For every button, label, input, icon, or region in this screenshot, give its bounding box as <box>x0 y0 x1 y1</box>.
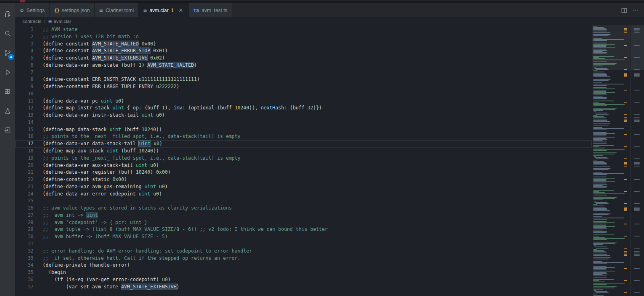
code-line-19[interactable]: 19;; points to the _next_ filled spot, i… <box>15 155 592 162</box>
line-number: 24 <box>15 191 43 198</box>
code-line-5[interactable]: 5(define-constant AVM_STATE_EXTENSIVE 0x… <box>15 55 592 62</box>
tab-avm-test-ts[interactable]: TSavm_test.ts <box>189 3 232 17</box>
tab-settings[interactable]: ⚙Settings <box>15 3 50 17</box>
line-text: (define-private (handle-error) <box>43 262 592 269</box>
code-line-23[interactable]: 23(define-data-var avm-gas-remaining uin… <box>15 183 592 191</box>
line-text <box>43 119 592 126</box>
activity-testing[interactable] <box>0 101 15 121</box>
code-area[interactable]: 1;; AVM state2;; version 1 uses 128 bit … <box>15 25 592 296</box>
code-line-21[interactable]: 21(define-data-var register (buff 10240)… <box>15 169 592 176</box>
activity-search[interactable] <box>0 24 15 43</box>
tab-settings-json[interactable]: {}settings.json <box>50 3 95 17</box>
activity-explorer[interactable] <box>0 5 15 24</box>
code-line-4[interactable]: 4(define-constant AVM_STATE_ERROR_STOP 0… <box>15 47 592 55</box>
code-line-3[interactable]: 3(define-constant AVM_STATE_HALTED 0x00) <box>15 41 592 48</box>
line-number: 17 <box>15 140 43 148</box>
code-line-26[interactable]: 26;; avm value types are stored in stack… <box>15 205 592 212</box>
line-number: 18 <box>15 148 43 155</box>
activity-source-control[interactable]: 4 <box>0 43 15 63</box>
code-line-31[interactable]: 31 <box>15 240 592 248</box>
ruler-match-mark <box>634 69 640 70</box>
code-line-10[interactable]: 10 <box>15 90 592 98</box>
more-actions-icon[interactable]: ⋯ <box>632 7 638 13</box>
line-text: ;; avm value types are stored in stacks … <box>43 205 592 212</box>
activity-extensions[interactable] <box>0 82 15 101</box>
code-line-20[interactable]: 20(define-data-var aux-stack-tail uint u… <box>15 162 592 169</box>
traffic-light-red[interactable] <box>20 0 25 2</box>
line-number: 29 <box>15 226 43 233</box>
ruler-match-mark <box>634 179 640 180</box>
line-text: ;; if set, otherwise halt. Call if the s… <box>43 255 592 262</box>
ruler-match-mark <box>634 280 640 281</box>
breadcrumb-item-contracts[interactable]: contracts <box>23 19 41 24</box>
line-number: 19 <box>15 155 43 162</box>
minimap[interactable] <box>592 25 630 296</box>
code-line-7[interactable]: 7 <box>15 69 592 76</box>
code-line-15[interactable]: 15(define-map data-stack uint (buff 1024… <box>15 126 592 134</box>
overview-ruler[interactable] <box>630 25 644 296</box>
line-number: 21 <box>15 169 43 176</box>
code-line-35[interactable]: 35 (begin <box>15 269 592 276</box>
line-text: ;; avm buffer => (buff MAX_VALUE_SIZE - … <box>43 233 592 240</box>
code-line-8[interactable]: 8(define-constant ERR_INSTR_STACK u11111… <box>15 76 592 83</box>
code-line-13[interactable]: 13(define-data-var instr-stack-tail uint… <box>15 112 592 119</box>
line-text: (define-data-var data-stack-tail uint u0… <box>43 140 592 148</box>
code-line-37[interactable]: 37 (var-set avm-state AVM_STATE_EXTENSIV… <box>15 284 592 291</box>
line-number: 34 <box>15 262 43 269</box>
line-number: 31 <box>15 240 43 248</box>
code-line-36[interactable]: 36 (if (is-eq (var-get error-codepoint) … <box>15 276 592 284</box>
code-line-24[interactable]: 24(define-data-var error-codepoint uint … <box>15 191 592 198</box>
ruler-match-mark <box>634 208 640 209</box>
activity-export[interactable] <box>0 121 15 140</box>
line-text: (var-set avm-state AVM_STATE_EXTENSIVE) <box>43 284 592 291</box>
ruler-match-mark <box>634 119 640 119</box>
line-text: (define-map aux-stack uint (buff 10240)) <box>43 148 592 155</box>
code-line-30[interactable]: 30;; avm buffer => (buff MAX_VALUE_SIZE … <box>15 233 592 240</box>
line-number: 14 <box>15 119 43 126</box>
code-line-2[interactable]: 2;; version 1 uses 128 bit math :o <box>15 33 592 41</box>
code-line-32[interactable]: 32;; error handling: do AVM error handli… <box>15 248 592 255</box>
line-number: 10 <box>15 90 43 98</box>
close-icon[interactable]: × <box>178 7 184 14</box>
minimap-viewport-slider[interactable] <box>592 25 630 70</box>
tab-avm-clar[interactable]: ≡avm.clar1× <box>138 3 189 17</box>
code-line-25[interactable]: 25 <box>15 197 592 205</box>
code-line-27[interactable]: 27;; avm int => uint <box>15 212 592 219</box>
ruler-match-mark <box>634 73 640 74</box>
line-number: 36 <box>15 276 43 284</box>
code-line-1[interactable]: 1;; AVM state <box>15 26 592 33</box>
line-text: ;; avm int => uint <box>43 212 592 219</box>
split-editor-icon[interactable] <box>621 7 627 14</box>
line-text: (define-data-var register (buff 10240) 0… <box>43 169 592 176</box>
line-text <box>43 240 592 248</box>
tab-badge: 1 <box>171 8 174 13</box>
line-text <box>43 90 592 98</box>
line-text: ;; points to the _next_ filled spot, i.e… <box>43 133 592 140</box>
line-text: (define-constant AVM_STATE_ERROR_STOP 0x… <box>43 47 592 55</box>
line-text: (begin <box>43 269 592 276</box>
activity-run-debug[interactable] <box>0 63 15 82</box>
code-line-34[interactable]: 34(define-private (handle-error) <box>15 262 592 269</box>
line-text <box>43 197 592 205</box>
code-line-11[interactable]: 11(define-data-var pc uint u0) <box>15 98 592 105</box>
code-line-16[interactable]: 16;; points to the _next_ filled spot, i… <box>15 133 592 140</box>
code-line-12[interactable]: 12(define-map instr-stack uint { op: (bu… <box>15 105 592 112</box>
code-line-17[interactable]: 17(define-data-var data-stack-tail uint … <box>15 140 592 148</box>
line-text: (define-data-var instr-stack-tail uint u… <box>43 112 592 119</box>
line-number: 37 <box>15 284 43 291</box>
tab-clarinet-toml[interactable]: ≡Clarinet.toml <box>95 3 138 17</box>
code-line-18[interactable]: 18(define-map aux-stack uint (buff 10240… <box>15 148 592 155</box>
code-line-22[interactable]: 22(define-constant static 0x00) <box>15 176 592 183</box>
code-line-29[interactable]: 29;; avm tuple => (list 8 (buff MAX_VALU… <box>15 226 592 233</box>
code-line-28[interactable]: 28;; avm 'codepoint' => { pcr: uint } <box>15 219 592 226</box>
file-icon: ≡ <box>48 18 52 24</box>
ruler-match-mark <box>634 191 640 192</box>
tab-label: avm_test.ts <box>202 8 227 13</box>
line-number: 26 <box>15 205 43 212</box>
code-line-33[interactable]: 33;; if set, otherwise halt. Call if the… <box>15 255 592 262</box>
breadcrumb-item-file[interactable]: avm.clar <box>54 19 71 24</box>
code-line-9[interactable]: 9(define-constant ERR_LARGE_TUPLE_ENTRY … <box>15 83 592 90</box>
code-line-6[interactable]: 6(define-data-var avm-state (buff 1) AVM… <box>15 62 592 69</box>
ruler-match-mark <box>634 146 640 147</box>
code-line-14[interactable]: 14 <box>15 119 592 126</box>
